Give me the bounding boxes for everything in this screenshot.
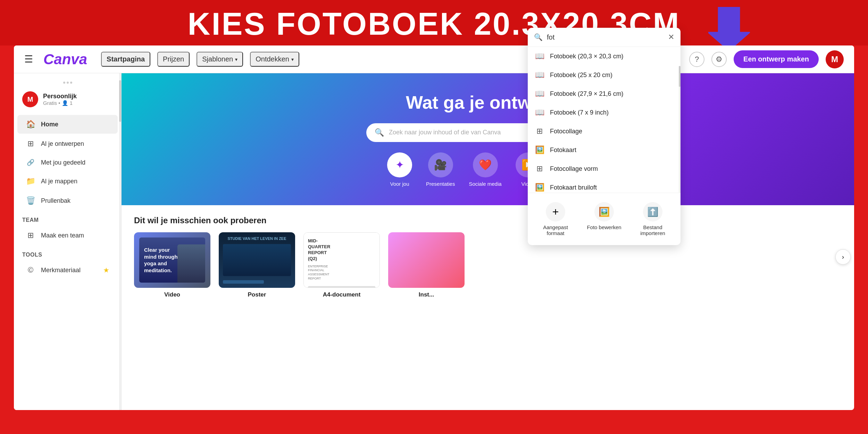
fotocollage-label: Fotocollage (550, 128, 582, 135)
sidebar-item-folders[interactable]: 📁 Al je mappen (17, 172, 118, 191)
poster-label: Poster (219, 291, 295, 298)
dropdown-results-list: 📖 Fotoboek (20,3 × 20,3 cm) 📖 Fotoboek (… (528, 47, 681, 193)
edit-photo-icon: 🖼️ (594, 202, 614, 222)
category-voor-jou[interactable]: ✦ Voor jou (387, 152, 412, 187)
sidebar-shared-label: Met jou gedeeld (41, 159, 85, 166)
dropdown-result-2[interactable]: 📖 Fotoboek (27,9 × 21,6 cm) (528, 84, 681, 103)
sidebar-home-label: Home (41, 121, 58, 128)
fotokaart-bruiloft-icon: 🖼️ (535, 183, 544, 192)
nav-startpagina[interactable]: Startpagina (101, 52, 150, 67)
sidebar-scrollbar[interactable] (119, 73, 121, 410)
dropdown-result-4[interactable]: ⊞ Fotocollage (528, 122, 681, 141)
topnav: ☰ Canva Startpagina Prijzen Sjablonen ▾ … (14, 45, 854, 73)
edit-photo-action[interactable]: 🖼️ Foto bewerken (580, 199, 628, 240)
custom-format-label: Aangepast formaat (535, 224, 576, 236)
app-window: ☰ Canva Startpagina Prijzen Sjablonen ▾ … (14, 45, 854, 410)
sociale-media-label: Sociale media (469, 181, 501, 187)
sidebar-item-shared[interactable]: 🔗 Met jou gedeeld (17, 154, 118, 171)
dropdown-scrollbar[interactable] (679, 66, 681, 193)
fotokaart-bruiloft-label: Fotokaart bruiloft (550, 184, 597, 191)
scroll-indicator (14, 80, 121, 86)
sidebar-user-info: Persoonlijk Gratis • 👤 1 (43, 93, 77, 106)
sjablonen-chevron: ▾ (235, 57, 237, 62)
video-thumb: Clear yourmind throughyoga andmeditation… (134, 232, 210, 288)
suggestions-title: Dit wil je misschien ook proberen (134, 216, 842, 225)
fotokaart-icon: 🖼️ (535, 145, 544, 155)
video-label: Video (134, 291, 210, 298)
hero-banner: Wat ga je ontwerpe 🔍 Zoek naar jouw inho… (122, 73, 854, 205)
sidebar-user-name: Persoonlijk (43, 93, 77, 100)
insta-label: Inst... (388, 291, 465, 298)
dropdown-result-1[interactable]: 📖 Fotoboek (25 x 20 cm) (528, 66, 681, 84)
custom-format-action[interactable]: + Aangepast formaat (531, 199, 580, 240)
sidebar-item-brand[interactable]: © Merkmateriaal ★ (17, 261, 118, 279)
scroll-right-button[interactable]: › (835, 249, 851, 265)
main-content: Wat ga je ontwerpe 🔍 Zoek naar jouw inho… (122, 73, 854, 410)
dropdown-footer: + Aangepast formaat 🖼️ Foto bewerken ⬆️ … (528, 193, 681, 245)
import-file-action[interactable]: ⬆️ Bestand importeren (628, 199, 677, 240)
make-team-icon: ⊞ (26, 231, 35, 240)
sidebar-make-team-label: Maak een team (41, 232, 84, 239)
fotoboek4-icon: 📖 (535, 108, 544, 117)
shared-icon: 🔗 (26, 159, 35, 166)
sidebar-item-make-team[interactable]: ⊞ Maak een team (17, 226, 118, 245)
fotoboek2-icon: 📖 (535, 70, 544, 80)
designs-icon: ⊞ (26, 139, 35, 148)
suggestion-video[interactable]: Clear yourmind throughyoga andmeditation… (134, 232, 210, 298)
nav-sjablonen[interactable]: Sjablonen ▾ (197, 52, 243, 67)
nav-ontdekken[interactable]: Ontdekken ▾ (250, 52, 299, 67)
poster-thumb: STUDIE VAN HET LEVEN IN ZEE (219, 232, 295, 288)
sidebar-item-trash[interactable]: 🗑️ Prullenbak (17, 191, 118, 210)
insta-thumb (388, 232, 465, 288)
sidebar-avatar: M (22, 91, 38, 107)
custom-format-icon: + (546, 202, 565, 222)
hamburger-icon[interactable]: ☰ (24, 53, 33, 65)
sidebar-brand-label: Merkmateriaal (41, 267, 81, 274)
suggestions-section: Dit wil je misschien ook proberen Clear … (122, 205, 854, 309)
dropdown-search-icon: 🔍 (534, 33, 543, 41)
sidebar-item-home[interactable]: 🏠 Home (17, 115, 118, 134)
suggestion-poster[interactable]: STUDIE VAN HET LEVEN IN ZEE Poster (219, 232, 295, 298)
a4-label: A4-document (303, 291, 380, 298)
user-avatar[interactable]: M (826, 50, 844, 68)
sidebar-user-section[interactable]: M Persoonlijk Gratis • 👤 1 (14, 86, 121, 112)
suggestion-insta[interactable]: Inst... (388, 232, 465, 298)
home-icon: 🏠 (26, 120, 35, 129)
sidebar-item-designs[interactable]: ⊞ Al je ontwerpen (17, 134, 118, 153)
create-design-button[interactable]: Een ontwerp maken (734, 50, 819, 68)
sidebar-folders-label: Al je mappen (41, 178, 77, 185)
dropdown-result-0[interactable]: 📖 Fotoboek (20,3 × 20,3 cm) (528, 47, 681, 66)
fotocollage-icon: ⊞ (535, 127, 544, 136)
suggestion-a4[interactable]: MID-QUARTERREPORT(Q2) ENTERPRISEFINANCIA… (303, 232, 380, 298)
fotoboek1-icon: 📖 (535, 52, 544, 61)
body-layout: M Persoonlijk Gratis • 👤 1 🏠 Home ⊞ Al j… (14, 73, 854, 410)
import-file-icon: ⬆️ (643, 202, 662, 222)
canva-logo[interactable]: Canva (43, 51, 87, 68)
fotoboek1-label: Fotoboek (20,3 × 20,3 cm) (550, 53, 624, 60)
trash-icon: 🗑️ (26, 196, 35, 205)
settings-icon[interactable]: ⚙ (711, 52, 727, 67)
dropdown-result-3[interactable]: 📖 Fotoboek (7 x 9 inch) (528, 103, 681, 122)
top-banner: KIES FOTOBOEK 20.3x20.3CM (0, 0, 868, 45)
dropdown-result-5[interactable]: 🖼️ Fotokaart (528, 141, 681, 159)
category-sociale-media[interactable]: ❤️ Sociale media (469, 152, 501, 187)
category-presentaties[interactable]: 🎥 Presentaties (426, 152, 455, 187)
voor-jou-label: Voor jou (390, 181, 409, 187)
folder-icon: 📁 (26, 177, 35, 186)
ontdekken-chevron: ▾ (291, 57, 294, 62)
import-file-label: Bestand importeren (632, 224, 674, 236)
dropdown-result-7[interactable]: 🖼️ Fotokaart bruiloft (528, 178, 681, 193)
dropdown-search-input[interactable] (547, 33, 664, 41)
hero-search-icon: 🔍 (375, 128, 384, 137)
edit-photo-label: Foto bewerken (587, 224, 621, 230)
sidebar-trash-label: Prullenbak (41, 197, 70, 205)
dropdown-result-6[interactable]: ⊞ Fotocollage vorm (528, 159, 681, 178)
dropdown-close-button[interactable]: ✕ (668, 33, 674, 42)
team-section-label: Team (14, 211, 121, 225)
nav-prijzen[interactable]: Prijzen (157, 52, 190, 67)
sidebar-designs-label: Al je ontwerpen (41, 140, 84, 148)
sociale-media-icon: ❤️ (473, 152, 498, 177)
voor-jou-icon: ✦ (387, 152, 412, 177)
help-icon[interactable]: ? (689, 52, 704, 67)
presentaties-label: Presentaties (426, 181, 455, 187)
